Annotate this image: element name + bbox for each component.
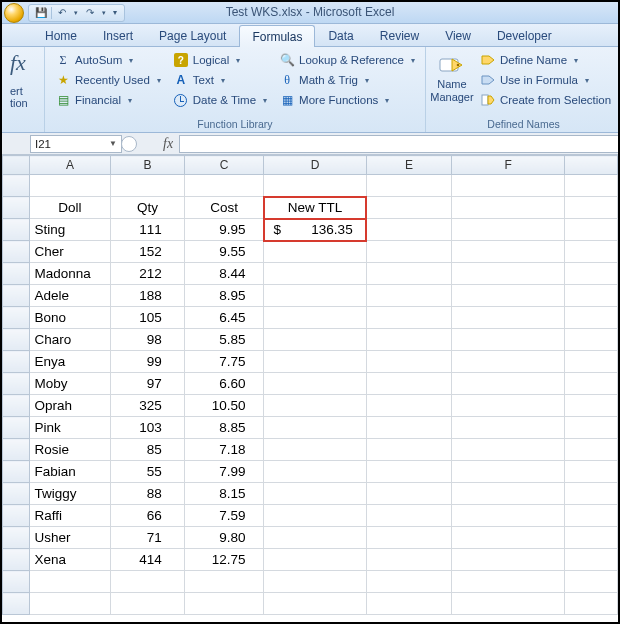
tab-review[interactable]: Review: [367, 24, 432, 46]
row-header[interactable]: [3, 461, 30, 483]
row-header[interactable]: [3, 285, 30, 307]
cell[interactable]: [264, 549, 366, 571]
cell[interactable]: 7.75: [184, 351, 264, 373]
cell[interactable]: [264, 285, 366, 307]
cell[interactable]: [452, 549, 564, 571]
row-header[interactable]: [3, 527, 30, 549]
name-manager-button[interactable]: Name Manager: [432, 49, 472, 117]
select-all-corner[interactable]: [3, 156, 30, 175]
cell[interactable]: [184, 571, 264, 593]
fx-label-icon[interactable]: fx: [163, 136, 173, 152]
cell[interactable]: [184, 593, 264, 615]
cell[interactable]: [264, 417, 366, 439]
cell[interactable]: [264, 241, 366, 263]
row-header[interactable]: [3, 593, 30, 615]
cell[interactable]: [452, 505, 564, 527]
cell[interactable]: 71: [111, 527, 185, 549]
cell[interactable]: [452, 175, 564, 197]
qat-customize-icon[interactable]: ▾: [110, 6, 120, 20]
cell[interactable]: [452, 571, 564, 593]
col-header-partial[interactable]: [564, 156, 617, 175]
cell[interactable]: [264, 439, 366, 461]
use-in-formula-button[interactable]: Use in Formula: [476, 71, 615, 89]
cell[interactable]: 7.99: [184, 461, 264, 483]
cell[interactable]: [564, 307, 617, 329]
cell[interactable]: [184, 175, 264, 197]
cell[interactable]: Twiggy: [29, 483, 111, 505]
cell[interactable]: [564, 395, 617, 417]
create-from-selection-button[interactable]: Create from Selection: [476, 91, 615, 109]
cell[interactable]: [111, 175, 185, 197]
cell[interactable]: [264, 175, 366, 197]
cell[interactable]: [29, 175, 111, 197]
tab-page-layout[interactable]: Page Layout: [146, 24, 239, 46]
cell[interactable]: [564, 219, 617, 241]
cell[interactable]: [264, 527, 366, 549]
col-header-d[interactable]: D: [264, 156, 366, 175]
cell[interactable]: Cher: [29, 241, 111, 263]
cell[interactable]: [366, 241, 452, 263]
cell[interactable]: Xena: [29, 549, 111, 571]
cell[interactable]: Fabian: [29, 461, 111, 483]
cell[interactable]: Oprah: [29, 395, 111, 417]
cell[interactable]: 97: [111, 373, 185, 395]
cell[interactable]: $136.35: [264, 219, 366, 241]
cell[interactable]: Bono: [29, 307, 111, 329]
cell[interactable]: [564, 351, 617, 373]
col-header-b[interactable]: B: [111, 156, 185, 175]
row-header[interactable]: [3, 329, 30, 351]
cell[interactable]: [452, 241, 564, 263]
cell[interactable]: 6.60: [184, 373, 264, 395]
math-trig-button[interactable]: θMath & Trig: [275, 71, 419, 89]
cell[interactable]: [452, 219, 564, 241]
cell[interactable]: [264, 483, 366, 505]
cell[interactable]: 12.75: [184, 549, 264, 571]
cell[interactable]: [366, 549, 452, 571]
cell[interactable]: [264, 329, 366, 351]
cell[interactable]: [264, 373, 366, 395]
redo-icon[interactable]: ↷: [82, 6, 98, 20]
cell[interactable]: 99: [111, 351, 185, 373]
cell[interactable]: [564, 373, 617, 395]
cell[interactable]: [564, 571, 617, 593]
cell[interactable]: [366, 439, 452, 461]
cell[interactable]: [564, 483, 617, 505]
formula-input[interactable]: [179, 135, 618, 153]
col-header-c[interactable]: C: [184, 156, 264, 175]
cell[interactable]: [366, 263, 452, 285]
cell[interactable]: [452, 285, 564, 307]
cell[interactable]: Cost: [184, 197, 264, 219]
cell[interactable]: [366, 329, 452, 351]
row-header[interactable]: [3, 241, 30, 263]
col-header-f[interactable]: F: [452, 156, 564, 175]
cell[interactable]: [366, 505, 452, 527]
cell[interactable]: 5.85: [184, 329, 264, 351]
cell[interactable]: 8.15: [184, 483, 264, 505]
cell[interactable]: 103: [111, 417, 185, 439]
cell[interactable]: Qty: [111, 197, 185, 219]
cell[interactable]: 8.95: [184, 285, 264, 307]
cell[interactable]: [564, 285, 617, 307]
cell[interactable]: 212: [111, 263, 185, 285]
cell[interactable]: [452, 307, 564, 329]
cell[interactable]: [452, 483, 564, 505]
row-header[interactable]: [3, 175, 30, 197]
cell[interactable]: [564, 439, 617, 461]
cell[interactable]: [564, 417, 617, 439]
cell[interactable]: [564, 241, 617, 263]
text-button[interactable]: AText: [169, 71, 271, 89]
name-box-dropdown-icon[interactable]: ▼: [109, 139, 117, 148]
cell[interactable]: [564, 593, 617, 615]
undo-icon[interactable]: ↶: [54, 6, 70, 20]
cell[interactable]: [366, 461, 452, 483]
cell[interactable]: [366, 285, 452, 307]
cell[interactable]: [452, 395, 564, 417]
name-box[interactable]: I21 ▼: [30, 135, 122, 153]
cell[interactable]: [29, 571, 111, 593]
more-functions-button[interactable]: ▦More Functions: [275, 91, 419, 109]
cell[interactable]: [452, 263, 564, 285]
row-header[interactable]: [3, 373, 30, 395]
cell[interactable]: 10.50: [184, 395, 264, 417]
cell[interactable]: New TTL: [264, 197, 366, 219]
cell[interactable]: 7.18: [184, 439, 264, 461]
